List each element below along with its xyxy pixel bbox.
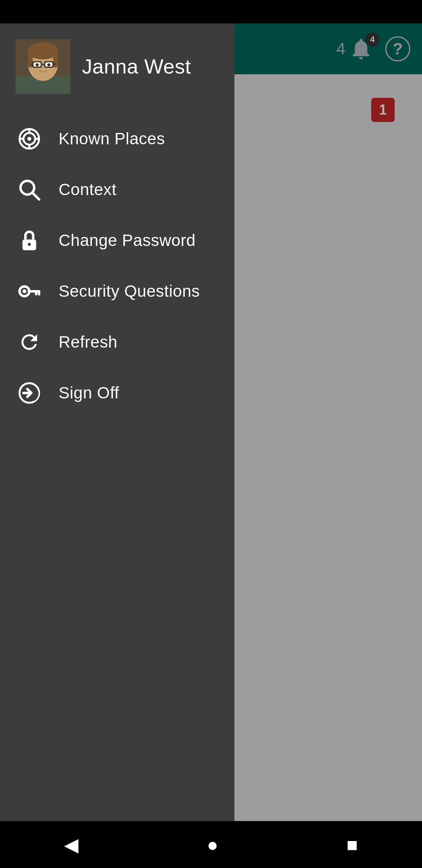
menu-item-change-password[interactable]: Change Password [0, 215, 234, 266]
svg-line-24 [32, 193, 39, 200]
svg-point-28 [23, 289, 27, 293]
home-button[interactable]: ● [207, 834, 218, 855]
user-name: Janna West [82, 55, 191, 78]
menu-item-context[interactable]: Context [0, 164, 234, 215]
change-password-label: Change Password [59, 231, 196, 250]
lock-icon [16, 227, 43, 254]
recents-button[interactable]: ■ [347, 834, 358, 855]
menu-item-security-questions[interactable]: Security Questions [0, 266, 234, 317]
refresh-label: Refresh [59, 333, 118, 352]
security-questions-label: Security Questions [59, 282, 200, 301]
svg-point-9 [36, 63, 39, 66]
svg-point-10 [47, 63, 50, 66]
svg-point-26 [28, 243, 31, 246]
svg-point-18 [27, 137, 31, 141]
drawer-scrim[interactable] [234, 23, 422, 821]
signoff-icon [16, 379, 43, 407]
svg-rect-5 [28, 50, 33, 68]
known-places-label: Known Places [59, 129, 165, 148]
menu-item-refresh[interactable]: Refresh [0, 317, 234, 368]
menu-item-sign-off[interactable]: Sign Off [0, 368, 234, 418]
svg-rect-6 [53, 50, 58, 68]
navigation-drawer: Janna West Known Places [0, 23, 234, 821]
user-avatar [16, 39, 70, 94]
drawer-header: Janna West [0, 23, 234, 106]
context-label: Context [59, 180, 116, 199]
menu-item-known-places[interactable]: Known Places [0, 113, 234, 164]
avatar-image [16, 39, 70, 94]
key-icon [16, 278, 43, 305]
target-icon [16, 125, 43, 152]
search-icon [16, 176, 43, 203]
nav-bar: ◀ ● ■ [0, 821, 422, 868]
drawer-overlay: Janna West Known Places [0, 23, 422, 821]
back-button[interactable]: ◀ [64, 834, 79, 855]
refresh-icon [16, 328, 43, 356]
drawer-menu: Known Places Context [0, 106, 234, 821]
sign-off-label: Sign Off [59, 384, 119, 402]
status-bar [0, 0, 422, 23]
